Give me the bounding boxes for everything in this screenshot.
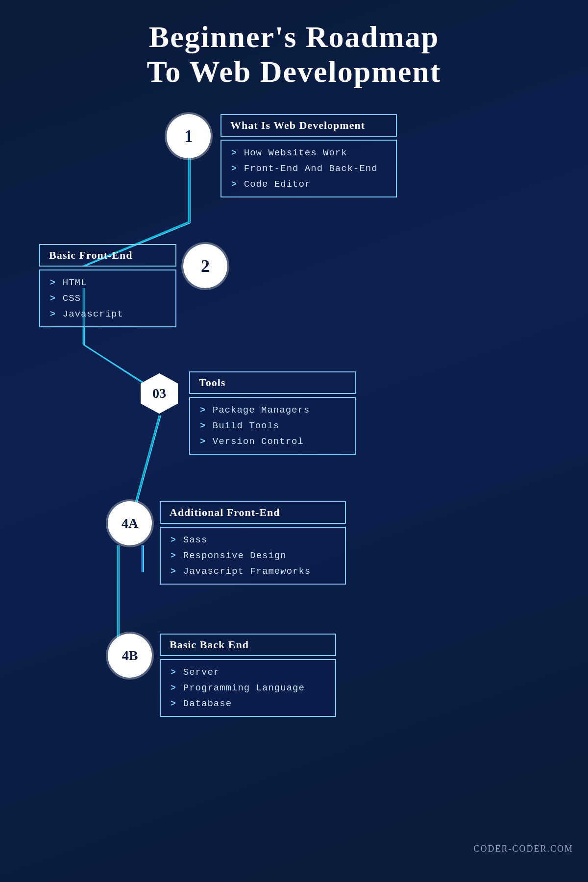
step-3: 03 Tools > Package Managers > Build Tool…: [137, 371, 356, 455]
watermark: Coder-Coder.com: [473, 844, 573, 854]
list-item: > Programming Language: [171, 683, 325, 693]
step-1-badge: 1: [167, 114, 211, 158]
step-1-label: What is Web Development: [220, 114, 397, 137]
page-title: Beginner's Roadmap to Web Development: [0, 0, 588, 99]
list-item: > Code Editor: [231, 179, 386, 190]
step-4b-items: > Server > Programming Language > Databa…: [160, 659, 336, 717]
step-4a-content: Additional Front-End > Sass > Responsive…: [160, 501, 346, 585]
step-4b-content: Basic Back End > Server > Programming La…: [160, 634, 336, 717]
step-4a-badge: 4A: [108, 501, 152, 545]
connector-lines: [0, 99, 588, 864]
step-3-items: > Package Managers > Build Tools > Versi…: [189, 397, 356, 455]
step-3-content: Tools > Package Managers > Build Tools >…: [189, 371, 356, 455]
list-item: > Package Managers: [200, 405, 345, 416]
step-4b-label: Basic Back End: [160, 634, 336, 656]
list-item: > Database: [171, 698, 325, 709]
step-1-content: What is Web Development > How Websites W…: [220, 114, 397, 197]
step-2-badge: 2: [183, 244, 227, 288]
list-item: > CSS: [50, 293, 166, 304]
list-item: > Javascript Frameworks: [171, 566, 335, 577]
list-item: > Build Tools: [200, 420, 345, 431]
step-3-label: Tools: [189, 371, 356, 394]
list-item: > How Websites Work: [231, 147, 386, 158]
list-item: > Sass: [171, 535, 335, 545]
step-1-items: > How Websites Work > Front-end and Back…: [220, 140, 397, 197]
step-2-content: Basic Front-End > HTML > CSS > Javascrip…: [39, 244, 176, 327]
step-4b: 4B Basic Back End > Server > Programming…: [108, 634, 336, 717]
list-item: > Javascript: [50, 309, 166, 319]
step-4a-items: > Sass > Responsive Design > Javascript …: [160, 527, 346, 585]
list-item: > HTML: [50, 277, 166, 288]
step-2: Basic Front-End > HTML > CSS > Javascrip…: [39, 244, 227, 327]
list-item: > Version Control: [200, 436, 345, 447]
step-4a: 4A Additional Front-End > Sass > Respons…: [108, 501, 346, 585]
step-3-badge: 03: [137, 371, 181, 416]
step-2-items: > HTML > CSS > Javascript: [39, 270, 176, 327]
step-1: 1 What is Web Development > How Websites…: [167, 114, 397, 197]
list-item: > Server: [171, 667, 325, 678]
list-item: > Front-end and Back-end: [231, 163, 386, 174]
roadmap-container: 1 What is Web Development > How Websites…: [0, 99, 588, 864]
step-2-label: Basic Front-End: [39, 244, 176, 267]
list-item: > Responsive Design: [171, 550, 335, 561]
step-4b-badge: 4B: [108, 634, 152, 678]
step-4a-label: Additional Front-End: [160, 501, 346, 524]
